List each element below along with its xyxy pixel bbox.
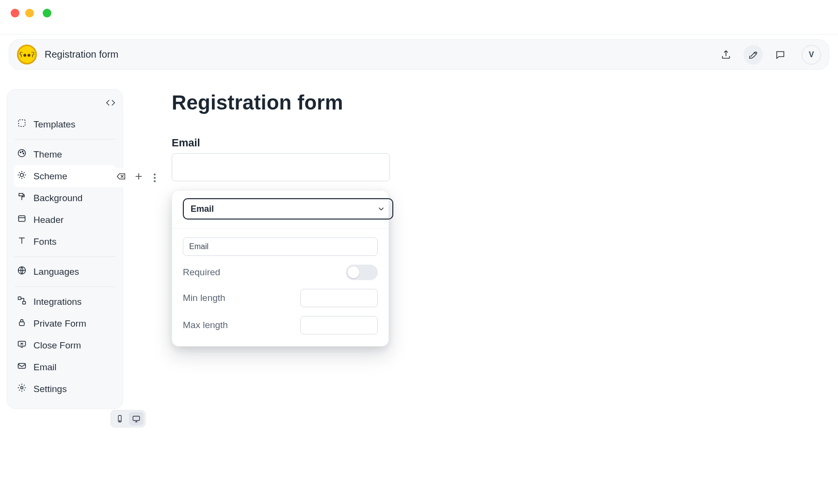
window-traffic-lights xyxy=(0,0,838,34)
svg-point-3 xyxy=(22,151,23,152)
svg-rect-8 xyxy=(18,297,21,300)
document-title: Registration form xyxy=(45,49,118,60)
svg-point-13 xyxy=(21,387,23,389)
sidebar-item-templates[interactable]: Templates xyxy=(14,113,116,135)
sidebar-item-settings[interactable]: Settings xyxy=(14,378,116,400)
sidebar-item-email[interactable]: Email xyxy=(14,356,116,378)
comments-button[interactable] xyxy=(771,45,790,64)
max-length-input[interactable] xyxy=(300,316,378,334)
svg-point-1 xyxy=(18,150,26,157)
globe-icon xyxy=(17,266,27,278)
sidebar-item-languages[interactable]: Languages xyxy=(14,261,116,283)
svg-rect-9 xyxy=(23,301,26,304)
sidebar-item-theme[interactable]: Theme xyxy=(14,143,116,165)
lock-icon xyxy=(17,317,27,330)
window-close-dot[interactable] xyxy=(11,9,19,17)
max-length-label: Max length xyxy=(183,320,228,331)
paint-icon xyxy=(17,192,27,204)
mobile-preview-button[interactable] xyxy=(113,412,127,425)
svg-point-4 xyxy=(23,153,24,154)
field-type-select[interactable]: Email xyxy=(183,198,393,220)
workflow-icon xyxy=(17,296,27,308)
gear-icon xyxy=(17,383,27,395)
sidebar: Templates Theme Scheme xyxy=(7,89,123,409)
type-icon xyxy=(17,236,27,248)
row-actions xyxy=(109,168,162,187)
svg-rect-0 xyxy=(18,120,25,126)
sidebar-item-header[interactable]: Header xyxy=(14,209,116,231)
sidebar-item-integrations[interactable]: Integrations xyxy=(14,291,116,313)
field-type-label: Email xyxy=(191,204,214,214)
sidebar-item-label: Fonts xyxy=(33,236,57,247)
sidebar-item-label: Scheme xyxy=(33,171,67,182)
svg-point-2 xyxy=(20,152,21,153)
email-input[interactable] xyxy=(172,153,390,181)
close-form-icon xyxy=(17,339,27,351)
chevron-down-icon xyxy=(377,205,386,213)
sidebar-item-label: Close Form xyxy=(33,340,81,351)
sidebar-item-label: Header xyxy=(33,215,64,225)
form-canvas: Registration form Email Email Required xyxy=(138,89,824,409)
sun-icon xyxy=(17,170,27,182)
form-title: Registration form xyxy=(172,91,824,114)
window-max-dot[interactable] xyxy=(43,9,51,17)
publish-button[interactable] xyxy=(743,45,763,64)
required-toggle[interactable] xyxy=(346,265,378,280)
sidebar-item-close[interactable]: Close Form xyxy=(14,334,116,356)
sidebar-item-private[interactable]: Private Form xyxy=(14,313,116,334)
sidebar-item-label: Background xyxy=(33,193,82,204)
svg-rect-16 xyxy=(133,416,140,421)
sidebar-item-label: Templates xyxy=(33,119,76,130)
mail-icon xyxy=(17,361,27,373)
add-icon[interactable] xyxy=(133,171,144,184)
templates-icon xyxy=(17,118,27,130)
sidebar-item-label: Theme xyxy=(33,149,62,160)
palette-icon xyxy=(17,148,27,160)
sidebar-item-label: Languages xyxy=(33,267,79,277)
app-logo: ʕ●●ʔ xyxy=(17,45,37,64)
clear-icon[interactable] xyxy=(116,171,127,184)
sidebar-item-label: Private Form xyxy=(33,318,86,329)
svg-point-5 xyxy=(20,173,24,177)
required-label: Required xyxy=(183,267,220,278)
svg-rect-12 xyxy=(18,363,26,368)
sidebar-item-background[interactable]: Background xyxy=(14,187,116,209)
layout-icon xyxy=(17,214,27,226)
export-button[interactable] xyxy=(716,45,736,64)
field-options-popover: Email Required Min length Max length xyxy=(172,190,389,346)
topbar: ʕ●●ʔ Registration form V xyxy=(9,39,829,70)
code-toggle-icon[interactable] xyxy=(105,97,116,110)
window-min-dot[interactable] xyxy=(25,9,34,17)
min-length-label: Min length xyxy=(183,293,226,303)
svg-rect-6 xyxy=(18,216,25,221)
sidebar-item-scheme[interactable]: Scheme xyxy=(14,165,116,187)
sidebar-item-label: Email xyxy=(33,362,57,373)
device-preview-toggle xyxy=(111,410,145,427)
min-length-input[interactable] xyxy=(300,289,378,307)
sidebar-item-fonts[interactable]: Fonts xyxy=(14,231,116,252)
sidebar-item-label: Settings xyxy=(33,384,67,394)
user-avatar[interactable]: V xyxy=(802,45,821,64)
svg-rect-10 xyxy=(19,322,24,326)
svg-point-15 xyxy=(119,421,120,422)
more-icon[interactable] xyxy=(154,173,156,182)
sidebar-item-label: Integrations xyxy=(33,297,81,307)
field-label: Email xyxy=(172,137,824,149)
desktop-preview-button[interactable] xyxy=(129,412,144,425)
field-name-input[interactable] xyxy=(183,237,378,256)
